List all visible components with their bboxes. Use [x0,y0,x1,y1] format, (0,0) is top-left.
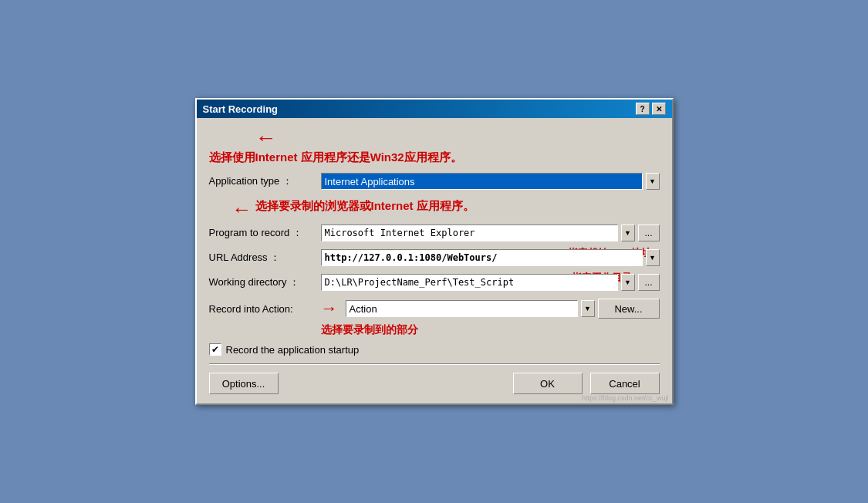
new-button[interactable]: New... [598,299,660,319]
record-action-control: → Action ▼ New... [321,299,660,319]
url-section: ← 指定起始URL 地址 URL Address ： http://127.0.… [209,249,660,266]
record-action-value: Action [350,303,377,315]
dialog-title: Start Recording [203,103,279,115]
program-row: Program to record ： Microsoft Internet E… [209,224,660,241]
title-bar-buttons: ? ✕ [636,103,666,115]
working-dir-label: Working directory ： [209,275,321,289]
working-dir-dropdown-arrow[interactable]: ▼ [621,274,635,291]
url-control: http://127.0.0.1:1080/WebTours/ ▼ [321,249,660,266]
working-dir-select[interactable]: D:\LR\ProjectName_Perf\Test_Script [321,274,618,291]
ok-button[interactable]: OK [513,373,583,394]
bottom-row: Options... OK Cancel [209,373,660,394]
annotation4-text: 选择要录制到的部分 [321,323,418,336]
working-dir-control: D:\LR\ProjectName_Perf\Test_Script ▼ ... [321,274,660,291]
working-dir-row: Working directory ： D:\LR\ProjectName_Pe… [209,274,660,291]
dialog-content: ← 选择使用Internet 应用程序还是Win32应用程序。 Applicat… [197,118,672,403]
divider [209,363,660,365]
app-type-value: Internet Applications [325,176,415,187]
working-dir-value: D:\LR\ProjectName_Perf\Test_Script [325,277,515,288]
cancel-button[interactable]: Cancel [590,373,660,394]
record-action-row: Record into Action: → Action ▼ New... [209,299,660,319]
checkbox-row: ✔ Record the application startup [209,343,660,356]
program-browse-button[interactable]: ... [638,224,660,241]
program-label: Program to record ： [209,226,321,240]
ok-cancel-buttons: OK Cancel [513,373,660,394]
checkbox-label: Record the application startup [226,344,360,356]
url-value: http://127.0.0.1:1080/WebTours/ [325,252,498,263]
annotation1-text: 选择使用Internet 应用程序还是Win32应用程序。 [209,149,462,165]
program-value: Microsoft Internet Explorer [325,228,475,238]
program-control: Microsoft Internet Explorer ▼ ... [321,224,660,241]
close-button[interactable]: ✕ [652,103,666,115]
title-bar: Start Recording ? ✕ [197,100,672,118]
url-select[interactable]: http://127.0.0.1:1080/WebTours/ [321,249,643,266]
app-type-select[interactable]: Internet Applications [321,173,643,190]
help-button[interactable]: ? [636,103,650,115]
app-type-label: Application type ： [209,174,321,188]
working-dir-browse-button[interactable]: ... [638,274,660,291]
record-action-select[interactable]: Action [346,300,578,317]
program-select[interactable]: Microsoft Internet Explorer [321,224,618,241]
record-action-label: Record into Action: [209,303,321,315]
url-label: URL Address ： [209,251,321,265]
watermark: https://blog.csdn.net/cc_wuji [582,394,669,402]
app-type-dropdown-arrow[interactable]: ▼ [646,173,660,190]
app-type-control: Internet Applications ▼ [321,173,660,190]
options-button[interactable]: Options... [209,373,279,394]
working-dir-section: ← 指定工作目录 Working directory ： D:\LR\Proje… [209,274,660,291]
program-dropdown-arrow[interactable]: ▼ [621,224,635,241]
start-recording-dialog: Start Recording ? ✕ ← 选择使用Internet 应用程序还… [195,98,674,405]
url-dropdown-arrow[interactable]: ▼ [646,249,660,266]
app-type-row: Application type ： Internet Applications… [209,173,660,190]
url-row: URL Address ： http://127.0.0.1:1080/WebT… [209,249,660,266]
record-action-dropdown-arrow[interactable]: ▼ [581,300,595,317]
startup-checkbox[interactable]: ✔ [209,343,221,356]
annotation2-text: 选择要录制的浏览器或Internet 应用程序。 [255,197,475,214]
